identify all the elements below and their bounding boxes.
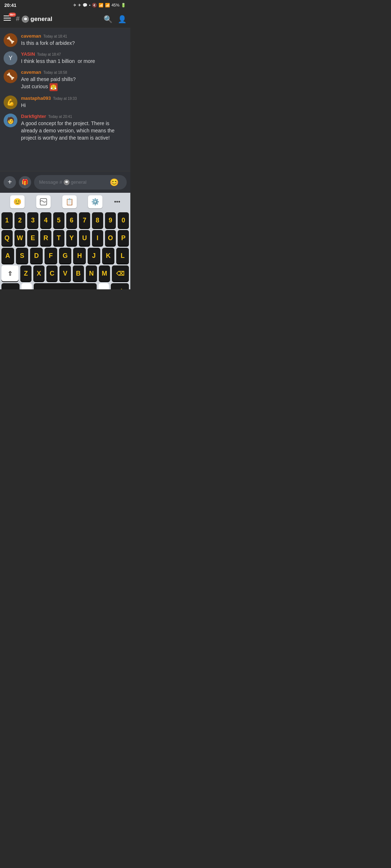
username: YASIN (21, 51, 35, 57)
key-i[interactable]: I (92, 230, 103, 246)
message-text: Hi (21, 102, 127, 109)
add-button[interactable]: + (4, 176, 16, 188)
key-q[interactable]: Q (1, 230, 13, 246)
key-7[interactable]: 7 (79, 212, 90, 228)
message-header: mastapha093 Today at 19:33 (21, 95, 127, 101)
enter-key[interactable]: ↵ (111, 283, 129, 289)
key-1[interactable]: 1 (1, 212, 13, 228)
key-c[interactable]: C (46, 265, 58, 281)
key-6[interactable]: 6 (66, 212, 77, 228)
key-u[interactable]: U (79, 230, 90, 246)
channel-name[interactable]: general (30, 16, 52, 23)
status-bar: 20:41 ✈ ✈ 💬 • 🔇 📶 📶 45% 🔋 (0, 0, 130, 10)
profile-icon[interactable]: 👤 (118, 15, 127, 24)
key-a[interactable]: A (1, 248, 14, 264)
timestamp: Today at 18:47 (37, 52, 61, 56)
key-y[interactable]: Y (66, 230, 77, 246)
settings-toolbar-button[interactable]: ⚙️ (88, 195, 102, 208)
message-content: caveman Today at 18:41 Is this a fork of… (21, 33, 127, 47)
timestamp: Today at 19:33 (53, 97, 77, 101)
message-line: Just curious (21, 84, 50, 89)
key-5[interactable]: 5 (53, 212, 64, 228)
key-z[interactable]: Z (20, 265, 31, 281)
key-f[interactable]: F (45, 248, 57, 264)
key-t[interactable]: T (53, 230, 64, 246)
spacebar-key[interactable]: English (UK) (34, 283, 96, 289)
notification-badge: 8k+ (9, 13, 16, 17)
message-input-field[interactable]: Message # 💬 general 😊 (34, 175, 127, 190)
keyboard: 1 2 3 4 5 6 7 8 9 0 Q W E R T Y U I O P … (0, 211, 130, 289)
signal-icon: 📶 (105, 3, 110, 8)
wifi-icon: 📶 (98, 3, 104, 8)
menu-button[interactable]: 8k+ (4, 14, 14, 24)
keyboard-row-a: A S D F G H J K L (1, 248, 129, 264)
avatar: Y (4, 51, 17, 65)
timestamp: Today at 18:58 (43, 71, 67, 75)
message-text: Are all these paid shills? Just curious … (21, 76, 127, 91)
clipboard-toolbar-button[interactable]: 📋 (62, 195, 77, 208)
shift-key[interactable]: ⇧ (1, 265, 18, 281)
message-item: 🧑 Darkfighter Today at 20:41 A good conc… (0, 111, 130, 144)
channel-name-wrapper: 💬 general (22, 16, 52, 23)
key-d[interactable]: D (30, 248, 43, 264)
message-content: YASIN Today at 18:47 I think less than 1… (21, 51, 127, 65)
top-nav: 8k+ # 💬 general 🔍 👤 (0, 10, 130, 28)
key-8[interactable]: 8 (92, 212, 103, 228)
message-header: caveman Today at 18:58 (21, 69, 127, 75)
key-x[interactable]: X (33, 265, 45, 281)
message-text: A good concept for the project. There is… (21, 120, 127, 142)
message-text: Is this a fork of arbidex? (21, 39, 127, 47)
key-p[interactable]: P (118, 230, 129, 246)
more-toolbar-button[interactable]: ••• (114, 199, 120, 205)
message-item: 🦴 caveman Today at 18:58 Are all these p… (0, 67, 130, 93)
key-4[interactable]: 4 (40, 212, 51, 228)
sticker-toolbar-button[interactable] (36, 195, 51, 208)
hash-icon: # (16, 15, 20, 23)
keyboard-row-q: Q W E R T Y U I O P (1, 230, 129, 246)
message-input-bar: + 🎁 Message # 💬 general 😊 (0, 171, 130, 193)
username: caveman (21, 69, 41, 75)
message-header: YASIN Today at 18:47 (21, 51, 127, 57)
key-0[interactable]: 0 (118, 212, 129, 228)
period-key[interactable]: . (98, 283, 109, 289)
key-v[interactable]: V (59, 265, 71, 281)
keyboard-row-special: !#1 , English (UK) . ↵ (1, 283, 129, 289)
key-w[interactable]: W (14, 230, 26, 246)
gift-button[interactable]: 🎁 (19, 176, 31, 188)
key-g[interactable]: G (59, 248, 72, 264)
key-k[interactable]: K (102, 248, 115, 264)
status-icons: ✈ ✈ 💬 • 🔇 📶 📶 45% 🔋 (73, 3, 126, 8)
message-item: 💪 mastapha093 Today at 19:33 Hi (0, 93, 130, 111)
placeholder-text: Message # (39, 179, 62, 185)
backspace-key[interactable]: ⌫ (112, 265, 129, 281)
nav-left: 8k+ # 💬 general (4, 14, 104, 24)
key-e[interactable]: E (27, 230, 38, 246)
key-j[interactable]: J (88, 248, 100, 264)
avatar: 🦴 (4, 33, 17, 47)
keyboard-toolbar: 😊 📋 ⚙️ ••• (0, 193, 130, 211)
battery-text: 45% (112, 3, 119, 7)
key-2[interactable]: 2 (14, 212, 26, 228)
key-s[interactable]: S (16, 248, 29, 264)
input-chat-icon: 💬 (64, 179, 70, 185)
input-placeholder: Message # 💬 general (39, 179, 87, 185)
key-o[interactable]: O (105, 230, 116, 246)
sym-key[interactable]: !#1 (1, 283, 20, 289)
key-l[interactable]: L (116, 248, 129, 264)
key-m[interactable]: M (99, 265, 110, 281)
emoji-toolbar-button[interactable]: 😊 (10, 195, 25, 208)
keyboard-row-z: ⇧ Z X C V B N M ⌫ (1, 265, 129, 281)
key-3[interactable]: 3 (27, 212, 38, 228)
emoji-button[interactable]: 😊 (110, 178, 122, 187)
emoji: 😤 (50, 83, 58, 91)
key-r[interactable]: R (40, 230, 51, 246)
battery-icon: 🔋 (121, 3, 126, 8)
search-icon[interactable]: 🔍 (104, 15, 113, 24)
avatar: 🦴 (4, 69, 17, 83)
key-n[interactable]: N (86, 265, 97, 281)
key-9[interactable]: 9 (105, 212, 116, 228)
key-b[interactable]: B (73, 265, 84, 281)
comma-key[interactable]: , (21, 283, 32, 289)
message-content: mastapha093 Today at 19:33 Hi (21, 95, 127, 109)
key-h[interactable]: H (73, 248, 86, 264)
